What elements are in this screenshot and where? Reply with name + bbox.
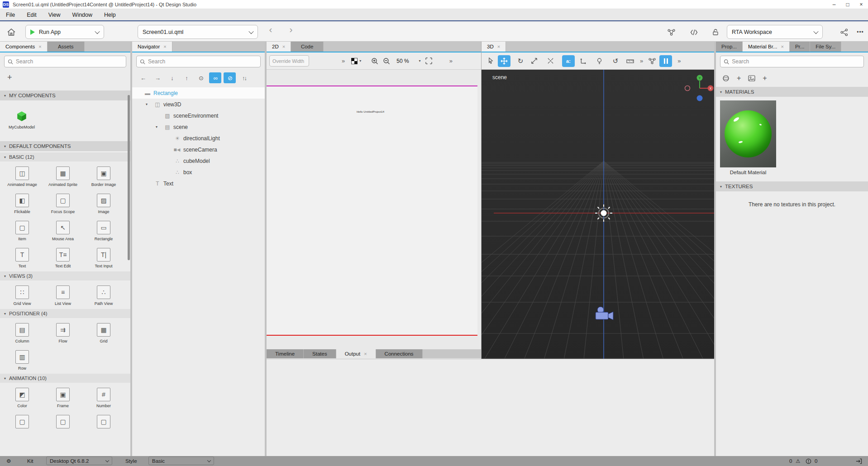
tab-projects[interactable]: Pr...: [790, 42, 810, 52]
camera-gizmo[interactable]: [596, 307, 613, 320]
transform-axis-button[interactable]: [577, 55, 589, 67]
component-text[interactable]: TText: [2, 243, 43, 270]
fit-to-screen-button[interactable]: [425, 57, 432, 64]
orbit-camera-button[interactable]: ↺: [609, 55, 622, 67]
component-number[interactable]: #Number: [83, 383, 124, 410]
viewport-3d[interactable]: Y X scene: [482, 70, 714, 359]
select-tool-button[interactable]: [484, 55, 497, 67]
tree-item-scenecamera[interactable]: ■◄sceneCamera: [132, 144, 265, 155]
share-icon[interactable]: [838, 27, 850, 38]
component-border-image[interactable]: ▣Border Image: [83, 162, 124, 189]
components-scrollbar[interactable]: [128, 95, 130, 260]
local-global-toggle-button[interactable]: a:: [562, 55, 575, 67]
kit-combo[interactable]: Desktop Qt 6.8.2: [46, 456, 112, 465]
menu-edit[interactable]: Edit: [21, 9, 43, 20]
node-graph-icon[interactable]: [665, 27, 677, 38]
add-material-button[interactable]: +: [737, 74, 741, 82]
close-icon[interactable]: ×: [282, 44, 285, 49]
maximize-button[interactable]: □: [841, 0, 854, 9]
tree-item-view3d[interactable]: ▾◫view3D: [132, 99, 265, 110]
component-animation-partial-1[interactable]: ▢: [2, 410, 43, 437]
tree-item-sceneenvironment[interactable]: ▨sceneEnvironment: [132, 110, 265, 121]
tab-connections[interactable]: Connections: [376, 349, 423, 358]
workspace-combo[interactable]: RTA Workspace: [727, 25, 823, 39]
material-sphere-icon[interactable]: [722, 75, 730, 82]
tree-item-cubemodel[interactable]: ∴cubeModel: [132, 155, 265, 166]
align-nodes-button[interactable]: [646, 55, 658, 67]
tab-timeline[interactable]: Timeline: [267, 349, 304, 358]
tab-properties[interactable]: Prop...: [716, 42, 743, 52]
zoom-out-button[interactable]: [383, 57, 390, 65]
open-file-combo[interactable]: Screen01.ui.qml: [138, 25, 258, 39]
close-icon[interactable]: ×: [163, 44, 166, 49]
group-header[interactable]: ▾VIEWS (3): [0, 271, 130, 281]
component-text-edit[interactable]: T≡Text Edit: [43, 243, 83, 270]
caret-down-icon[interactable]: ▾: [359, 59, 361, 63]
minimize-button[interactable]: –: [827, 0, 841, 9]
tab-assets[interactable]: Assets: [48, 42, 85, 52]
material-thumbnail[interactable]: [720, 100, 776, 167]
measure-tool-button[interactable]: [624, 55, 636, 67]
component-item[interactable]: ▢Item: [2, 216, 43, 243]
rotate-tool-button[interactable]: ↻: [514, 55, 527, 67]
home-button[interactable]: [5, 27, 17, 38]
zoom-level[interactable]: 50 %: [396, 58, 409, 64]
overflow-icon[interactable]: »: [449, 57, 453, 64]
component-frame[interactable]: ▣Frame: [43, 383, 83, 410]
component-animation-partial-2[interactable]: ▢: [43, 410, 83, 437]
overflow-icon[interactable]: »: [640, 57, 643, 64]
move-down-button[interactable]: ↓: [166, 72, 178, 83]
error-count[interactable]: 0: [815, 456, 817, 466]
component-grid[interactable]: ▦Grid: [83, 318, 124, 345]
close-icon[interactable]: ×: [38, 44, 41, 49]
menu-help[interactable]: Help: [98, 9, 122, 20]
warning-count[interactable]: 0: [789, 456, 792, 466]
back-button[interactable]: ‹: [265, 24, 277, 35]
close-icon[interactable]: ×: [781, 44, 783, 49]
pause-particles-button[interactable]: [659, 55, 672, 67]
component-animation-partial-3[interactable]: ▢: [83, 410, 124, 437]
move-up-button[interactable]: ↑: [180, 72, 192, 83]
error-icon[interactable]: [806, 456, 811, 466]
run-app-combo[interactable]: Run App: [25, 25, 104, 39]
forward-button[interactable]: ›: [285, 24, 297, 35]
component-column[interactable]: ▤Column: [2, 318, 43, 345]
snap-toggle-button[interactable]: [544, 55, 557, 67]
canvas-2d[interactable]: Hello UntitledProject14: [267, 70, 481, 349]
override-width-field[interactable]: [269, 55, 309, 67]
menu-file[interactable]: File: [0, 9, 21, 20]
components-search-input[interactable]: [16, 58, 123, 65]
move-tool-button[interactable]: [498, 55, 510, 67]
expander-icon[interactable]: ▾: [156, 125, 163, 129]
default-components-header[interactable]: ▾ DEFAULT COMPONENTS: [0, 141, 130, 151]
materials-section-header[interactable]: ▾ MATERIALS: [716, 87, 868, 97]
component-list-view[interactable]: ≡List View: [43, 281, 83, 308]
link-button[interactable]: ∞: [209, 72, 221, 83]
tab-components[interactable]: Components ×: [0, 42, 48, 52]
tree-item-rectangle[interactable]: ▬Rectangle: [132, 87, 265, 99]
close-icon[interactable]: ×: [497, 44, 500, 49]
components-search[interactable]: [4, 56, 126, 67]
rectangle-preview[interactable]: [267, 86, 477, 336]
add-module-button[interactable]: +: [7, 73, 12, 82]
group-header[interactable]: ▾ANIMATION (10): [0, 374, 130, 383]
menu-view[interactable]: View: [43, 9, 67, 20]
material-search[interactable]: [720, 56, 864, 67]
close-button[interactable]: ×: [854, 0, 868, 9]
group-header[interactable]: ▾POSITIONER (4): [0, 309, 130, 318]
style-combo[interactable]: Basic: [148, 456, 214, 465]
zoom-in-button[interactable]: [371, 57, 378, 65]
canvas-text[interactable]: Hello UntitledProject14: [357, 110, 384, 113]
menu-window[interactable]: Window: [67, 9, 98, 20]
code-view-icon[interactable]: [688, 27, 700, 38]
material-item[interactable]: Default Material: [720, 100, 776, 175]
sort-button[interactable]: ↑↓: [238, 72, 250, 83]
more-options-button[interactable]: •••: [854, 27, 866, 38]
tab-states[interactable]: States: [304, 349, 336, 358]
component-animated-image[interactable]: ◫Animated Image: [2, 162, 43, 189]
component-flow[interactable]: ⇉Flow: [43, 318, 83, 345]
tree-item-box[interactable]: ∴box: [132, 166, 265, 178]
component-path-view[interactable]: ∴Path View: [83, 281, 124, 308]
my-components-header[interactable]: ▾ MY COMPONENTS: [0, 90, 130, 100]
component-rectangle[interactable]: ▭Rectangle: [83, 216, 124, 243]
